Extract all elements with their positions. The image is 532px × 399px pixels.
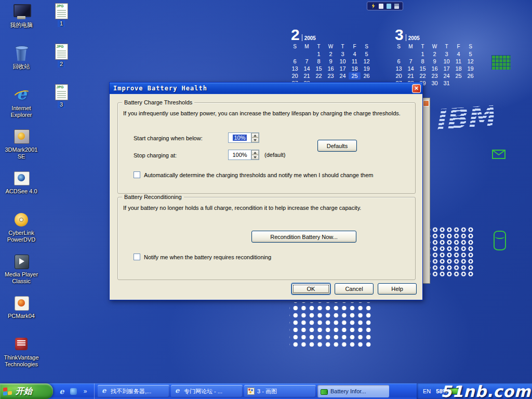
calendar-day-cell: 23 (429, 72, 441, 79)
task-label: 3 - 画图 (257, 388, 277, 395)
arrow-down-icon (254, 156, 257, 158)
notify-reconditioning-checkbox[interactable] (134, 254, 140, 260)
calendar-day-cell: 17 (441, 65, 453, 72)
taskbar-task-3[interactable]: Battery Infor... (317, 385, 389, 397)
calendar-header: 32005 (395, 28, 478, 42)
stop-charging-spinner[interactable]: 100% (228, 150, 259, 160)
calendar-day-cell: 21 (301, 72, 313, 79)
background-window-close-button[interactable] (423, 100, 429, 107)
calendar-day-cell: 25 (453, 72, 464, 79)
calendar-day-cell: 15 (313, 65, 325, 72)
close-button[interactable] (412, 84, 421, 93)
calendar-day-cell: 17 (337, 65, 349, 72)
calendar-day-header: T (313, 43, 325, 50)
calendar-grid: SMTWTFS123456789101112131415161718192021… (289, 43, 374, 87)
ring-dots-decoration (424, 227, 474, 277)
recondition-battery-button[interactable]: Recondition Battery Now... (251, 231, 356, 243)
desktop-icon-3dmark2001[interactable]: 3DMark2001 SE (1, 126, 42, 167)
desktop-icon-my-computer[interactable]: 我的电脑 (1, 1, 42, 43)
ie-icon[interactable] (58, 387, 66, 395)
spin-down-button[interactable] (251, 138, 259, 142)
task-buttons: 找不到服务器,...专门网论坛 - ...3 - 画图Battery Infor… (95, 383, 417, 399)
desktop-icon-powerdvd[interactable]: CyberLink PowerDVD (1, 209, 42, 250)
desktop-icon-internet-explorer[interactable]: Internet Explorer (1, 84, 42, 126)
language-indicator[interactable]: EN (423, 388, 431, 394)
defaults-button[interactable]: Defaults (317, 140, 357, 152)
calendar-day-cell (301, 50, 313, 58)
paint-icon (247, 388, 255, 395)
calendar-day-header: S (361, 43, 373, 50)
calendar-day-cell: 6 (393, 58, 405, 65)
calendar-day-cell: 15 (417, 65, 429, 72)
calendar-day-cell: 1 (313, 50, 325, 58)
calendar-day-cell: 5 (464, 50, 476, 58)
task-label: 专门网论坛 - ... (184, 388, 222, 395)
thresholds-description: If you infrequently use battery power, y… (123, 110, 410, 117)
spin-up-button[interactable] (251, 150, 259, 155)
cancel-button[interactable]: Cancel (335, 283, 374, 295)
taskbar-task-2[interactable]: 3 - 画图 (244, 385, 316, 397)
calendar-day-cell: 24 (337, 72, 349, 79)
calendar-day-cell: 26 (361, 72, 373, 79)
calendar-day-cell: 26 (464, 72, 476, 79)
desktop-icon-jpg[interactable]: 3 (49, 82, 74, 123)
calendar-day-cell: 10 (337, 58, 349, 65)
calendar-day-cell: 7 (405, 58, 417, 65)
desktop-icon-label: ACDSee 4.0 (5, 188, 37, 195)
chevron-icon[interactable] (81, 387, 89, 395)
taskbar-task-1[interactable]: 专门网论坛 - ... (171, 385, 243, 397)
calendar-day-header: T (337, 43, 349, 50)
spin-down-button[interactable] (251, 155, 259, 159)
desktop-icon-jpg[interactable]: 2 (49, 42, 74, 82)
calendar-day-cell (464, 79, 476, 87)
desktop-icon-label: 回收站 (13, 63, 30, 70)
help-button[interactable]: Help (378, 283, 417, 295)
jpg-file-icon (55, 3, 68, 19)
calendar-day-cell: 18 (453, 65, 464, 72)
calendar-day-cell: 3 (441, 50, 453, 58)
stop-charging-value[interactable]: 100% (229, 150, 251, 159)
start-charging-value[interactable]: 10% (233, 135, 246, 141)
document-icon[interactable] (394, 4, 399, 9)
dialog-titlebar[interactable]: Improve Battery Health (110, 83, 422, 94)
power-icon[interactable] (371, 4, 376, 9)
battery-icon (321, 388, 328, 395)
start-charging-spinner[interactable]: 10% (228, 132, 259, 143)
desktop-icon-label: CyberLink PowerDVD (2, 230, 41, 243)
calendar-day-cell (289, 50, 301, 58)
start-button[interactable]: 开始 (0, 383, 53, 399)
stop-charging-label: Stop charging at: (134, 152, 177, 158)
desktop-icon-list: 我的电脑回收站Internet Explorer3DMark2001 SEACD… (1, 1, 42, 375)
arrow-down-icon (254, 139, 257, 141)
calendar-year: 2005 (408, 35, 420, 41)
desktop-icon-mpc[interactable]: Media Player Classic (1, 250, 42, 292)
calendar-day-header: W (429, 43, 441, 50)
calendar-year: 2005 (304, 35, 316, 41)
calendar-day-header: W (325, 43, 337, 50)
desktop-icon-thinkvantage[interactable]: ThinkVantage Technologies (1, 334, 42, 375)
taskbar-task-0[interactable]: 找不到服务器,... (98, 385, 169, 397)
calendar-day-cell: 11 (349, 58, 361, 65)
calendar-day-cell: 16 (429, 65, 441, 72)
desktop-icon-recycle-bin[interactable]: 回收站 (1, 43, 42, 84)
media-player-icon[interactable] (70, 388, 77, 395)
auto-determine-checkbox[interactable] (134, 171, 140, 178)
calendar-day-cell: 4 (453, 50, 464, 58)
spin-up-button[interactable] (251, 133, 259, 138)
arrow-up-icon (254, 135, 257, 137)
dialog-body: Battery Charge Thresholds If you infrequ… (110, 94, 422, 300)
calendar-day-cell: 7 (301, 58, 313, 65)
desktop-icon-acdsee[interactable]: ACDSee 4.0 (1, 167, 42, 209)
signal-icon[interactable] (379, 4, 383, 9)
3dmark2001-icon (12, 128, 31, 145)
calendar-day-cell: 19 (361, 65, 373, 72)
auto-determine-row: Automatically determine the charging thr… (134, 171, 373, 178)
desktop: IBM 22005SMTWTFS123456789101112131415161… (0, 0, 532, 399)
calendar-day-cell: 2 (429, 50, 441, 58)
pen-icon[interactable] (387, 4, 391, 9)
calendar-day-cell: 19 (464, 65, 476, 72)
desktop-icon-jpg[interactable]: 1 (49, 1, 74, 42)
ok-button[interactable]: OK (291, 283, 330, 295)
calendar-day-cell: 18 (349, 65, 361, 72)
desktop-icon-pcmark04[interactable]: PCMark04 (1, 292, 42, 334)
